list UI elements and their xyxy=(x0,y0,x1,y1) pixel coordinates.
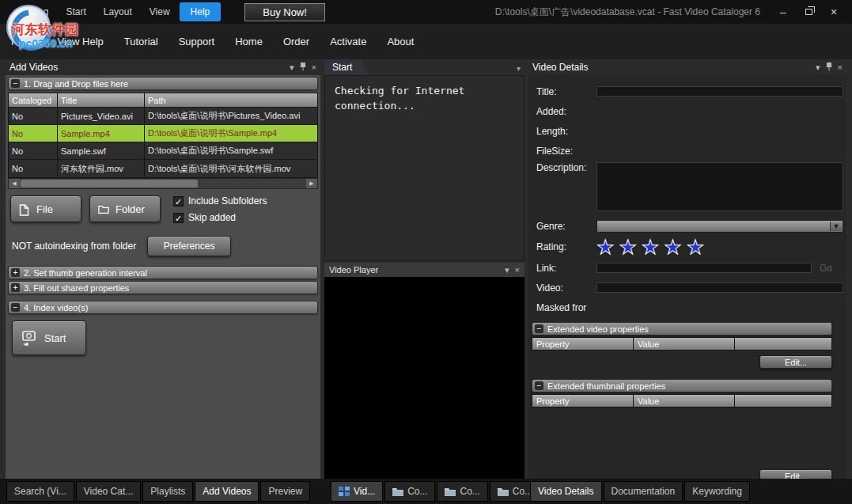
table-row[interactable]: No 河东软件园.mov D:\tools\桌面\说明书\河东软件园.mov xyxy=(9,160,317,177)
menu-catalog[interactable]: Catalog xyxy=(8,2,56,21)
description-label: Description: xyxy=(536,162,596,173)
section-extended-thumbnail-properties[interactable]: − Extended thumbnail properties xyxy=(532,379,832,392)
tab-add-videos[interactable]: Add Videos xyxy=(195,481,259,502)
tab-video-catalog[interactable]: Video Cat... xyxy=(76,481,141,502)
scrollbar-thumb[interactable] xyxy=(21,180,198,188)
folder-button-label: Folder xyxy=(115,203,145,215)
preferences-row: NOT autoindexing from folder Preferences xyxy=(12,236,316,256)
star-icon[interactable]: ★ xyxy=(687,237,704,257)
tab-companion-2[interactable]: Co... xyxy=(437,481,487,502)
tab-video-details[interactable]: Video Details xyxy=(530,481,602,502)
edit-thumbnail-properties-button[interactable]: Edit... xyxy=(759,469,832,479)
checkbox-checked-icon[interactable]: ✓ xyxy=(173,196,184,207)
cell-path: D:\tools\桌面\说明书\Sample.mp4 xyxy=(145,125,317,142)
minimize-button[interactable]: – xyxy=(773,3,793,21)
masked-from-label: Masked fror xyxy=(536,302,615,313)
skip-added-checkbox[interactable]: ✓ Skip added xyxy=(173,212,267,223)
section-extended-video-properties[interactable]: − Extended video properties xyxy=(532,322,832,335)
toolbar-activate[interactable]: Activate xyxy=(330,36,366,47)
col-value[interactable]: Value xyxy=(634,338,735,350)
menu-start[interactable]: Start xyxy=(58,2,93,21)
star-icon[interactable]: ★ xyxy=(596,237,614,257)
file-button[interactable]: File xyxy=(10,195,81,222)
help-ribbon: News View Help Tutorial Support Home Ord… xyxy=(0,24,852,59)
link-input[interactable] xyxy=(596,263,812,273)
toolbar-news[interactable]: News xyxy=(11,36,37,47)
start-indexing-button[interactable]: Start xyxy=(12,320,86,355)
menu-layout[interactable]: Layout xyxy=(96,2,140,21)
panel-menu-icon[interactable]: ▾ xyxy=(816,63,820,73)
start-console: Checking for Internet connection... xyxy=(324,75,524,261)
description-input[interactable] xyxy=(596,162,843,211)
extended-thumbnail-properties-group: − Extended thumbnail properties Property… xyxy=(532,379,832,479)
preferences-button[interactable]: Preferences xyxy=(147,236,231,256)
close-icon[interactable]: × xyxy=(515,265,520,275)
tab-preview[interactable]: Preview xyxy=(260,481,310,502)
toolbar-home[interactable]: Home xyxy=(235,36,263,47)
tab-playlists[interactable]: Playlists xyxy=(142,481,193,502)
extended-video-properties-label: Extended video properties xyxy=(547,324,649,334)
toolbar-view-help[interactable]: View Help xyxy=(58,36,104,47)
toolbar-tutorial[interactable]: Tutorial xyxy=(124,36,158,47)
title-input[interactable] xyxy=(596,86,843,97)
star-icon[interactable]: ★ xyxy=(619,237,636,257)
horizontal-scrollbar[interactable]: ◀ ▶ xyxy=(8,178,318,189)
col-cataloged[interactable]: Cataloged xyxy=(9,93,58,107)
section-drag-drop[interactable]: − 1. Drag and Drop files here xyxy=(8,77,318,90)
tab-documentation[interactable]: Documentation xyxy=(604,481,683,502)
scroll-right-icon[interactable]: ▶ xyxy=(306,179,317,188)
tab-video-wall[interactable]: Vid... xyxy=(331,481,383,502)
collapse-icon[interactable]: − xyxy=(11,303,20,312)
checkbox-checked-icon[interactable]: ✓ xyxy=(173,213,184,223)
close-icon[interactable]: × xyxy=(312,63,316,72)
panel-options-icon[interactable]: ▾ xyxy=(517,64,524,75)
panel-menu-icon[interactable]: ▾ xyxy=(505,265,509,275)
toolbar-support[interactable]: Support xyxy=(179,36,215,47)
pin-icon[interactable] xyxy=(300,63,306,73)
col-title[interactable]: Title xyxy=(58,93,145,107)
tab-keywording[interactable]: Keywording xyxy=(684,481,750,502)
section-index-videos[interactable]: − 4. Index video(s) xyxy=(8,301,318,314)
folder-button[interactable]: Folder xyxy=(89,195,161,222)
menu-view[interactable]: View xyxy=(142,2,178,21)
toolbar-order[interactable]: Order xyxy=(283,36,309,47)
genre-dropdown[interactable]: ▼ xyxy=(596,220,843,233)
include-subfolders-checkbox[interactable]: ✓ Include Subfolders xyxy=(173,195,267,207)
panel-menu-icon[interactable]: ▾ xyxy=(290,63,294,73)
add-buttons-row: File Folder ✓ Include Subfolders ✓ S xyxy=(10,195,316,223)
tab-search-videos[interactable]: Search (Vi... xyxy=(6,481,74,502)
close-button[interactable]: × xyxy=(824,3,844,21)
section-shared-properties[interactable]: + 3. Fill out shared properties xyxy=(8,281,318,294)
tab-companion-1[interactable]: Co... xyxy=(384,481,435,502)
star-icon[interactable]: ★ xyxy=(642,237,659,257)
pin-icon[interactable] xyxy=(826,63,832,73)
table-row[interactable]: No Pictures_Video.avi D:\tools\桌面\说明书\Pi… xyxy=(9,108,317,125)
add-videos-panel-title: Add Videos xyxy=(9,62,290,73)
col-property[interactable]: Property xyxy=(532,338,634,350)
go-button[interactable]: Go xyxy=(820,263,832,274)
scroll-left-icon[interactable]: ◀ xyxy=(9,179,20,188)
tab-start[interactable]: Start xyxy=(324,59,368,75)
expand-icon[interactable]: + xyxy=(11,268,20,277)
star-icon[interactable]: ★ xyxy=(664,237,681,257)
added-label: Added: xyxy=(536,106,596,117)
buy-now-button[interactable]: Buy Now! xyxy=(244,3,325,21)
video-input[interactable] xyxy=(596,282,843,293)
menu-help[interactable]: Help xyxy=(180,2,222,21)
folder-icon xyxy=(392,487,403,496)
col-property[interactable]: Property xyxy=(532,395,634,407)
collapse-icon[interactable]: − xyxy=(11,79,20,88)
section-thumb-interval[interactable]: + 2. Set thumb generation interval xyxy=(8,266,318,279)
collapse-icon[interactable]: − xyxy=(535,324,543,333)
collapse-icon[interactable]: − xyxy=(535,381,543,390)
close-icon[interactable]: × xyxy=(838,63,843,72)
toolbar-about[interactable]: About xyxy=(387,36,414,47)
table-row-selected[interactable]: No Sample.mp4 D:\tools\桌面\说明书\Sample.mp4 xyxy=(9,125,317,142)
col-path[interactable]: Path xyxy=(145,93,317,107)
scrollbar-track[interactable] xyxy=(20,179,306,188)
restore-button[interactable] xyxy=(798,3,819,21)
table-row[interactable]: No Sample.swf D:\tools\桌面\说明书\Sample.swf xyxy=(9,142,317,160)
edit-video-properties-button[interactable]: Edit... xyxy=(759,355,832,369)
expand-icon[interactable]: + xyxy=(11,283,20,292)
col-value[interactable]: Value xyxy=(634,395,735,407)
